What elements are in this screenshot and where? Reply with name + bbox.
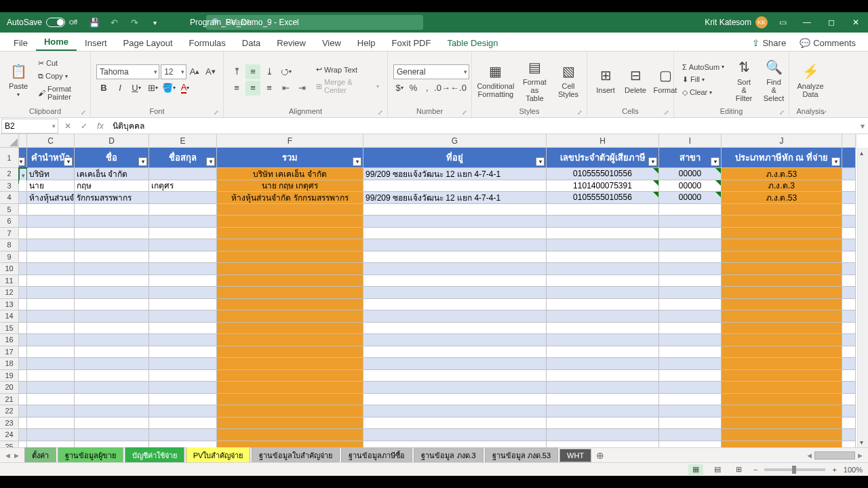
cell[interactable] xyxy=(27,228,75,240)
table-header-cell[interactable]: ▾ xyxy=(19,148,27,168)
cell[interactable] xyxy=(217,216,363,228)
percent-icon[interactable]: % xyxy=(407,81,419,96)
cell[interactable] xyxy=(547,299,659,311)
cell[interactable] xyxy=(363,275,547,287)
column-headers[interactable]: C D E F G H I J xyxy=(19,134,857,148)
comments-button[interactable]: 💬Comments xyxy=(793,35,863,51)
cell[interactable] xyxy=(217,346,363,359)
autosave-toggle[interactable]: AutoSave Off xyxy=(0,18,84,27)
cell[interactable] xyxy=(75,239,149,251)
row-header[interactable]: 5 xyxy=(0,204,19,216)
cell[interactable] xyxy=(547,251,659,264)
cell[interactable] xyxy=(75,299,149,311)
cell[interactable] xyxy=(217,334,363,346)
cell[interactable]: เกตุศร xyxy=(149,180,217,192)
row-header[interactable]: 3 xyxy=(0,180,19,192)
cell[interactable] xyxy=(547,441,659,448)
undo-icon[interactable]: ↶ xyxy=(104,12,125,33)
cell[interactable] xyxy=(149,370,217,382)
cell[interactable] xyxy=(27,275,75,287)
cell[interactable] xyxy=(75,358,149,370)
cell[interactable] xyxy=(659,216,722,228)
page-break-view-icon[interactable]: ⊞ xyxy=(732,464,747,475)
sheet-tab[interactable]: PVใบสำคัญจ่าย xyxy=(186,447,251,464)
cell[interactable] xyxy=(19,346,27,359)
cell[interactable] xyxy=(217,228,363,240)
cell[interactable] xyxy=(842,287,856,299)
paste-button[interactable]: 📋Paste▾ xyxy=(4,60,33,99)
cell[interactable] xyxy=(75,370,149,382)
cell[interactable] xyxy=(547,216,659,228)
cell[interactable] xyxy=(722,405,842,418)
cell[interactable] xyxy=(659,334,722,346)
share-button[interactable]: ⇪Share xyxy=(745,35,793,51)
cell[interactable]: รักกรมสรรพากร xyxy=(75,192,149,204)
row-header[interactable]: 21 xyxy=(0,394,19,406)
cell[interactable] xyxy=(75,204,149,216)
tab-view[interactable]: View xyxy=(314,34,349,51)
borders-button[interactable]: ⊞▾ xyxy=(145,81,160,96)
cell[interactable] xyxy=(149,192,217,204)
cell[interactable] xyxy=(19,216,27,228)
analyze-data-button[interactable]: ⚡Analyze Data xyxy=(793,60,827,100)
cell[interactable] xyxy=(842,323,856,335)
cell[interactable] xyxy=(659,310,722,323)
orientation-icon[interactable]: ⭯▾ xyxy=(278,64,293,79)
cell[interactable] xyxy=(149,168,217,180)
cell[interactable] xyxy=(842,251,856,264)
fill-color-button[interactable]: 🪣▾ xyxy=(161,81,176,96)
table-header-cell[interactable]: คำนำหน้า▾ xyxy=(27,148,75,168)
font-size-select[interactable]: 12 xyxy=(161,64,186,79)
cell[interactable] xyxy=(659,204,722,216)
cell[interactable] xyxy=(149,323,217,335)
cell[interactable] xyxy=(217,394,363,406)
cell[interactable] xyxy=(27,346,75,359)
row-header[interactable]: 11 xyxy=(0,275,19,287)
cell[interactable] xyxy=(217,239,363,251)
row-headers[interactable]: 1234567891011121314151617181920212223242… xyxy=(0,148,19,447)
cell[interactable] xyxy=(722,429,842,441)
table-header-cell[interactable]: ชื่อสกุล▾ xyxy=(149,148,217,168)
cell[interactable] xyxy=(27,299,75,311)
cell[interactable] xyxy=(75,394,149,406)
cell[interactable] xyxy=(363,310,547,323)
cell[interactable]: 00000 xyxy=(659,180,722,192)
cell[interactable] xyxy=(722,382,842,394)
row-header[interactable]: 25 xyxy=(0,441,19,448)
cell[interactable] xyxy=(722,287,842,299)
horizontal-scrollbar[interactable]: ◄► xyxy=(608,451,868,460)
cell[interactable] xyxy=(27,382,75,394)
row-header[interactable]: 19 xyxy=(0,370,19,382)
cell[interactable]: 00000 xyxy=(659,192,722,204)
cell[interactable] xyxy=(217,405,363,418)
cell[interactable] xyxy=(659,382,722,394)
row-header[interactable]: 7 xyxy=(0,228,19,240)
cell[interactable]: 0105555010556 xyxy=(547,192,659,204)
cell[interactable] xyxy=(363,251,547,264)
filter-dropdown-icon[interactable]: ▾ xyxy=(64,157,73,166)
cell[interactable] xyxy=(363,358,547,370)
cell[interactable] xyxy=(363,429,547,441)
cell[interactable] xyxy=(149,216,217,228)
zoom-level[interactable]: 100% xyxy=(844,466,863,474)
cell[interactable] xyxy=(149,275,217,287)
cell[interactable] xyxy=(19,429,27,441)
cell[interactable] xyxy=(842,334,856,346)
cell[interactable] xyxy=(19,251,27,264)
sheet-tab[interactable]: ฐานข้อมูลใบสำคัญจ่าย xyxy=(252,447,340,464)
tab-help[interactable]: Help xyxy=(349,34,384,51)
cell[interactable] xyxy=(547,418,659,430)
cell[interactable] xyxy=(659,228,722,240)
cell[interactable] xyxy=(547,263,659,275)
cell[interactable] xyxy=(149,251,217,264)
cell[interactable] xyxy=(722,263,842,275)
cell[interactable] xyxy=(842,405,856,418)
increase-font-icon[interactable]: A▴ xyxy=(188,64,202,79)
cell[interactable] xyxy=(75,346,149,359)
align-center-icon[interactable]: ≡ xyxy=(245,81,260,96)
cell[interactable] xyxy=(217,441,363,448)
cell[interactable] xyxy=(27,287,75,299)
cell[interactable] xyxy=(149,299,217,311)
cell[interactable] xyxy=(842,394,856,406)
row-header[interactable]: 1 xyxy=(0,148,19,168)
